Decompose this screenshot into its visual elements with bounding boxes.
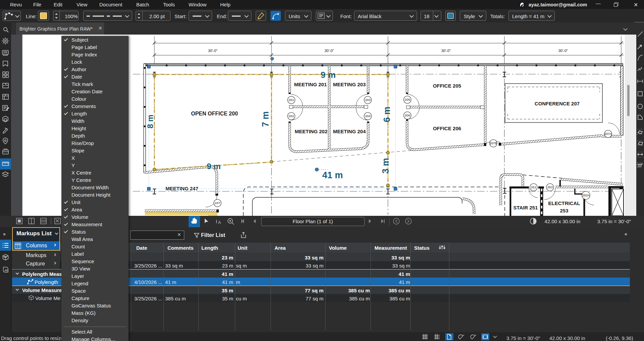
- svg-text:202: 202: [289, 114, 294, 118]
- svg-text:MEETING 203: MEETING 203: [333, 82, 366, 87]
- svg-text:Floor Plan (1 of 1): Floor Plan (1 of 1): [293, 218, 333, 224]
- svg-text:CONFERENCE 207: CONFERENCE 207: [535, 101, 580, 106]
- svg-text:MEETING 201: MEETING 201: [294, 82, 327, 87]
- svg-text:9 m: 9 m: [321, 70, 336, 80]
- svg-text:207B: 207B: [490, 141, 497, 145]
- svg-text:6 m: 6 m: [382, 107, 392, 123]
- svg-text:OFFICE 206: OFFICE 206: [433, 126, 461, 131]
- svg-text:203: 203: [365, 98, 370, 102]
- svg-text:41 m: 41 m: [322, 170, 343, 180]
- svg-text:30'-0": 30'-0": [558, 49, 568, 53]
- svg-text:JS: JS: [4, 269, 8, 272]
- svg-text:OFFICE 205: OFFICE 205: [433, 83, 461, 89]
- svg-text:3 m: 3 m: [381, 158, 391, 174]
- svg-text:253: 253: [560, 208, 568, 213]
- svg-text:STAIR 251: STAIR 251: [513, 205, 538, 210]
- svg-text:3D: 3D: [4, 256, 7, 258]
- svg-text:251: 251: [531, 185, 536, 189]
- svg-text:253A: 253A: [582, 193, 590, 197]
- svg-text:7 m: 7 m: [260, 111, 270, 127]
- svg-text:30'-0": 30'-0": [325, 49, 334, 53]
- svg-text:30'-0": 30'-0": [208, 49, 217, 53]
- svg-text:MEETING 202: MEETING 202: [295, 129, 328, 134]
- svg-text:201: 201: [289, 98, 294, 102]
- svg-text:253: 253: [547, 185, 553, 189]
- svg-text:42.00 x 30.00 in: 42.00 x 30.00 in: [545, 218, 581, 224]
- svg-text:207A: 207A: [604, 132, 612, 136]
- svg-text:MEETING 204: MEETING 204: [333, 129, 366, 134]
- svg-text:30'-0": 30'-0": [441, 49, 451, 53]
- svg-text:247: 247: [215, 201, 220, 205]
- svg-text:8 m: 8 m: [146, 114, 155, 128]
- svg-text:3.75 in = 30'-0": 3.75 in = 30'-0": [597, 218, 631, 224]
- svg-text:9 m: 9 m: [207, 162, 220, 171]
- svg-text:205: 205: [405, 98, 410, 101]
- svg-text:A: A: [218, 220, 221, 225]
- svg-text:ELECTRICAL: ELECTRICAL: [548, 200, 580, 206]
- svg-text:206: 206: [405, 113, 410, 117]
- svg-text:OPEN OFFICE 200: OPEN OFFICE 200: [191, 111, 238, 116]
- svg-text:204: 204: [365, 114, 370, 118]
- svg-text:I: I: [216, 218, 217, 224]
